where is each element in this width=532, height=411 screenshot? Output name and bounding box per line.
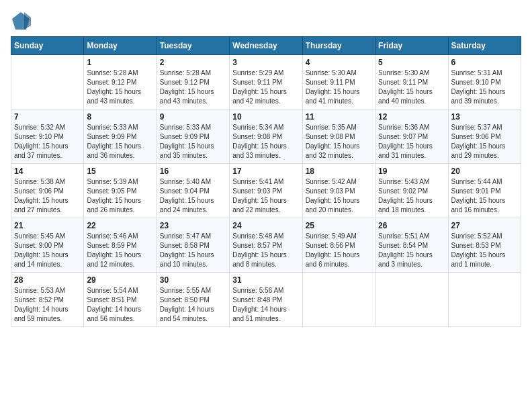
day-number: 11 xyxy=(306,112,372,122)
day-number: 6 xyxy=(451,58,518,67)
day-info: Sunrise: 5:34 AM Sunset: 9:08 PM Dayligh… xyxy=(232,123,299,161)
calendar-cell: 5Sunrise: 5:30 AM Sunset: 9:11 PM Daylig… xyxy=(375,55,448,109)
day-info: Sunrise: 5:30 AM Sunset: 9:11 PM Dayligh… xyxy=(306,68,372,106)
day-info: Sunrise: 5:28 AM Sunset: 9:12 PM Dayligh… xyxy=(87,68,153,106)
logo-icon xyxy=(11,11,31,31)
calendar-header-row: SundayMondayTuesdayWednesdayThursdayFrid… xyxy=(11,37,521,55)
day-info: Sunrise: 5:56 AM Sunset: 8:48 PM Dayligh… xyxy=(232,286,299,324)
day-info: Sunrise: 5:47 AM Sunset: 8:58 PM Dayligh… xyxy=(160,232,226,269)
day-info: Sunrise: 5:49 AM Sunset: 8:56 PM Dayligh… xyxy=(306,232,372,269)
calendar-cell: 17Sunrise: 5:41 AM Sunset: 9:03 PM Dayli… xyxy=(230,164,302,218)
header-sunday: Sunday xyxy=(11,37,84,55)
header-saturday: Saturday xyxy=(448,37,521,55)
calendar-table: SundayMondayTuesdayWednesdayThursdayFrid… xyxy=(11,36,521,327)
day-info: Sunrise: 5:32 AM Sunset: 9:10 PM Dayligh… xyxy=(14,123,81,161)
calendar-cell: 25Sunrise: 5:49 AM Sunset: 8:56 PM Dayli… xyxy=(302,218,375,273)
day-number: 8 xyxy=(87,112,153,122)
day-number: 26 xyxy=(378,221,445,230)
week-row-4: 21Sunrise: 5:45 AM Sunset: 9:00 PM Dayli… xyxy=(11,218,521,273)
day-number: 22 xyxy=(87,221,153,230)
day-number: 30 xyxy=(160,275,226,285)
calendar-cell: 22Sunrise: 5:46 AM Sunset: 8:59 PM Dayli… xyxy=(84,218,157,273)
day-number: 27 xyxy=(451,221,518,230)
day-number: 19 xyxy=(378,167,445,176)
header-monday: Monday xyxy=(84,37,157,55)
day-info: Sunrise: 5:46 AM Sunset: 8:59 PM Dayligh… xyxy=(87,232,153,269)
day-number: 12 xyxy=(378,112,445,122)
calendar-cell: 24Sunrise: 5:48 AM Sunset: 8:57 PM Dayli… xyxy=(230,218,302,273)
day-info: Sunrise: 5:33 AM Sunset: 9:09 PM Dayligh… xyxy=(87,123,153,161)
calendar-cell: 14Sunrise: 5:38 AM Sunset: 9:06 PM Dayli… xyxy=(11,164,84,218)
calendar-cell: 21Sunrise: 5:45 AM Sunset: 9:00 PM Dayli… xyxy=(11,218,84,273)
week-row-5: 28Sunrise: 5:53 AM Sunset: 8:52 PM Dayli… xyxy=(11,273,521,327)
calendar-cell: 28Sunrise: 5:53 AM Sunset: 8:52 PM Dayli… xyxy=(11,273,84,327)
logo xyxy=(11,11,34,31)
day-number: 2 xyxy=(160,58,226,67)
day-number: 20 xyxy=(451,167,518,176)
day-number: 14 xyxy=(14,167,81,176)
calendar-cell: 30Sunrise: 5:55 AM Sunset: 8:50 PM Dayli… xyxy=(157,273,229,327)
calendar-cell: 12Sunrise: 5:36 AM Sunset: 9:07 PM Dayli… xyxy=(375,109,448,164)
calendar-cell: 29Sunrise: 5:54 AM Sunset: 8:51 PM Dayli… xyxy=(84,273,157,327)
calendar-cell xyxy=(448,273,521,327)
day-info: Sunrise: 5:42 AM Sunset: 9:03 PM Dayligh… xyxy=(306,177,372,215)
week-row-2: 7Sunrise: 5:32 AM Sunset: 9:10 PM Daylig… xyxy=(11,109,521,164)
calendar-cell: 16Sunrise: 5:40 AM Sunset: 9:04 PM Dayli… xyxy=(157,164,229,218)
day-number: 25 xyxy=(306,221,372,230)
day-info: Sunrise: 5:36 AM Sunset: 9:07 PM Dayligh… xyxy=(378,123,445,161)
calendar-cell xyxy=(302,273,375,327)
calendar-cell: 3Sunrise: 5:29 AM Sunset: 9:11 PM Daylig… xyxy=(230,55,302,109)
calendar-cell: 18Sunrise: 5:42 AM Sunset: 9:03 PM Dayli… xyxy=(302,164,375,218)
day-number: 16 xyxy=(160,167,226,176)
calendar-cell: 31Sunrise: 5:56 AM Sunset: 8:48 PM Dayli… xyxy=(230,273,302,327)
day-info: Sunrise: 5:35 AM Sunset: 9:08 PM Dayligh… xyxy=(306,123,372,161)
day-number: 17 xyxy=(232,167,299,176)
day-info: Sunrise: 5:39 AM Sunset: 9:05 PM Dayligh… xyxy=(87,177,153,215)
calendar-cell: 11Sunrise: 5:35 AM Sunset: 9:08 PM Dayli… xyxy=(302,109,375,164)
calendar-cell: 7Sunrise: 5:32 AM Sunset: 9:10 PM Daylig… xyxy=(11,109,84,164)
day-info: Sunrise: 5:44 AM Sunset: 9:01 PM Dayligh… xyxy=(451,177,518,215)
calendar-cell: 8Sunrise: 5:33 AM Sunset: 9:09 PM Daylig… xyxy=(84,109,157,164)
day-number: 13 xyxy=(451,112,518,122)
day-number: 5 xyxy=(378,58,445,67)
day-info: Sunrise: 5:51 AM Sunset: 8:54 PM Dayligh… xyxy=(378,232,445,269)
day-info: Sunrise: 5:52 AM Sunset: 8:53 PM Dayligh… xyxy=(451,232,518,269)
calendar-cell: 15Sunrise: 5:39 AM Sunset: 9:05 PM Dayli… xyxy=(84,164,157,218)
day-info: Sunrise: 5:29 AM Sunset: 9:11 PM Dayligh… xyxy=(232,68,299,106)
day-number: 15 xyxy=(87,167,153,176)
day-number: 3 xyxy=(232,58,299,67)
header-thursday: Thursday xyxy=(302,37,375,55)
day-info: Sunrise: 5:54 AM Sunset: 8:51 PM Dayligh… xyxy=(87,286,153,324)
header-wednesday: Wednesday xyxy=(230,37,302,55)
day-info: Sunrise: 5:37 AM Sunset: 9:06 PM Dayligh… xyxy=(451,123,518,161)
page-header xyxy=(11,11,521,31)
calendar-cell: 6Sunrise: 5:31 AM Sunset: 9:10 PM Daylig… xyxy=(448,55,521,109)
calendar-cell xyxy=(11,55,84,109)
day-info: Sunrise: 5:45 AM Sunset: 9:00 PM Dayligh… xyxy=(14,232,81,269)
day-info: Sunrise: 5:31 AM Sunset: 9:10 PM Dayligh… xyxy=(451,68,518,106)
day-number: 21 xyxy=(14,221,81,230)
svg-marker-1 xyxy=(24,12,31,30)
header-friday: Friday xyxy=(375,37,448,55)
calendar-cell xyxy=(375,273,448,327)
day-info: Sunrise: 5:33 AM Sunset: 9:09 PM Dayligh… xyxy=(160,123,226,161)
calendar-cell: 19Sunrise: 5:43 AM Sunset: 9:02 PM Dayli… xyxy=(375,164,448,218)
day-info: Sunrise: 5:40 AM Sunset: 9:04 PM Dayligh… xyxy=(160,177,226,215)
day-number: 7 xyxy=(14,112,81,122)
calendar-cell: 2Sunrise: 5:28 AM Sunset: 9:12 PM Daylig… xyxy=(157,55,229,109)
day-number: 10 xyxy=(232,112,299,122)
week-row-3: 14Sunrise: 5:38 AM Sunset: 9:06 PM Dayli… xyxy=(11,164,521,218)
calendar-cell: 10Sunrise: 5:34 AM Sunset: 9:08 PM Dayli… xyxy=(230,109,302,164)
calendar-cell: 13Sunrise: 5:37 AM Sunset: 9:06 PM Dayli… xyxy=(448,109,521,164)
day-info: Sunrise: 5:43 AM Sunset: 9:02 PM Dayligh… xyxy=(378,177,445,215)
day-info: Sunrise: 5:41 AM Sunset: 9:03 PM Dayligh… xyxy=(232,177,299,215)
day-number: 24 xyxy=(232,221,299,230)
header-tuesday: Tuesday xyxy=(157,37,229,55)
calendar-cell: 4Sunrise: 5:30 AM Sunset: 9:11 PM Daylig… xyxy=(302,55,375,109)
day-info: Sunrise: 5:53 AM Sunset: 8:52 PM Dayligh… xyxy=(14,286,81,324)
day-number: 28 xyxy=(14,275,81,285)
calendar-cell: 23Sunrise: 5:47 AM Sunset: 8:58 PM Dayli… xyxy=(157,218,229,273)
day-info: Sunrise: 5:55 AM Sunset: 8:50 PM Dayligh… xyxy=(160,286,226,324)
day-number: 23 xyxy=(160,221,226,230)
day-info: Sunrise: 5:48 AM Sunset: 8:57 PM Dayligh… xyxy=(232,232,299,269)
